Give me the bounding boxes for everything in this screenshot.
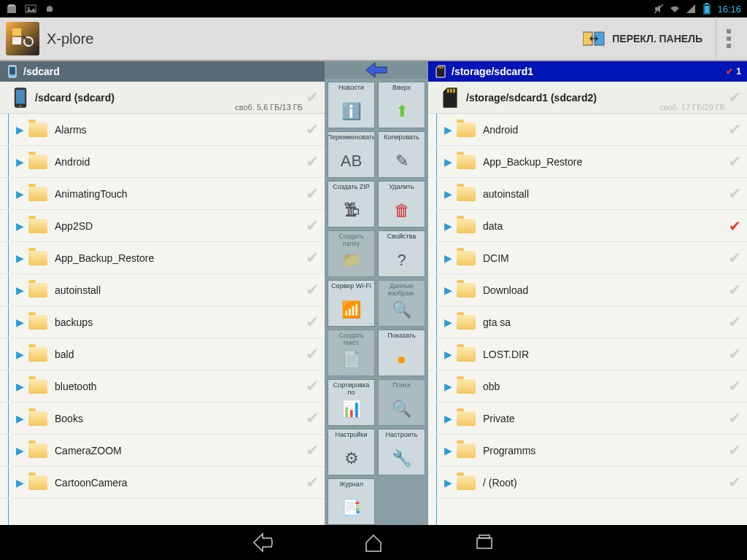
- tool-label: Свойства: [386, 233, 418, 247]
- left-item-3[interactable]: ▶App2SD✔: [0, 210, 325, 242]
- tool-icon: AB: [340, 149, 363, 173]
- right-item-11[interactable]: ▶/ (Root)✔: [428, 467, 747, 499]
- tool-1[interactable]: Вверх⬆: [378, 82, 425, 128]
- tool-12[interactable]: Сортировка по📊: [328, 379, 375, 426]
- expand-arrow-icon: ▶: [16, 284, 24, 296]
- check-icon: ✔: [306, 377, 319, 396]
- check-icon: ✔: [728, 313, 741, 332]
- left-item-5[interactable]: ▶autoinstall✔: [0, 274, 325, 306]
- left-item-2[interactable]: ▶AnimatingTouch✔: [0, 178, 325, 210]
- left-item-4[interactable]: ▶App_Backup_Restore✔: [0, 242, 325, 274]
- tool-15[interactable]: Настроить🔧: [378, 429, 425, 475]
- right-item-10[interactable]: ▶Programms✔: [428, 435, 747, 467]
- svg-rect-25: [450, 88, 452, 92]
- tool-label: Сервер Wi-Fi: [330, 282, 373, 297]
- item-label: Download: [483, 284, 528, 296]
- svg-rect-28: [479, 535, 489, 538]
- right-items: ▶Android✔▶App_Backup_Restore✔▶autoinstal…: [428, 114, 747, 525]
- left-item-11[interactable]: ▶CartoonCamera✔: [0, 467, 325, 499]
- right-item-9[interactable]: ▶Private✔: [428, 402, 747, 435]
- right-item-6[interactable]: ▶gta sa✔: [428, 306, 747, 338]
- left-item-7[interactable]: ▶bald✔: [0, 338, 325, 370]
- check-icon: ✔: [729, 217, 741, 235]
- tool-0[interactable]: Новостиℹ️: [328, 82, 375, 128]
- overflow-menu-button[interactable]: [716, 29, 741, 48]
- check-icon: ✔: [728, 249, 741, 268]
- tool-icon: ⚙: [340, 447, 363, 470]
- folder-icon: [28, 475, 47, 490]
- storage-free-right: своб. 17 ГБ/29 ГБ: [659, 103, 725, 112]
- storage-row-left[interactable]: /sdcard (sdcard) своб. 5,6 ГБ/13 ГБ ✔: [0, 82, 325, 114]
- check-icon: ✔: [728, 377, 741, 396]
- left-item-6[interactable]: ▶backups✔: [0, 306, 325, 338]
- back-button[interactable]: [251, 531, 274, 554]
- right-item-5[interactable]: ▶Download✔: [428, 274, 747, 306]
- storage-row-right[interactable]: /storage/sdcard1 (sdcard2) своб. 17 ГБ/2…: [428, 82, 747, 114]
- right-item-2[interactable]: ▶autoinstall✔: [428, 178, 747, 210]
- folder-icon: [28, 443, 47, 458]
- svg-rect-17: [9, 67, 15, 74]
- nav-bar: [0, 525, 747, 560]
- expand-arrow-icon: ▶: [444, 477, 452, 489]
- folder-icon: [457, 443, 476, 458]
- tool-icon: 📶: [340, 298, 363, 322]
- tool-2[interactable]: ПереименоватьAB: [328, 131, 375, 178]
- recent-button[interactable]: [473, 531, 496, 554]
- svg-rect-22: [441, 66, 442, 69]
- tool-label: Настройки: [333, 431, 368, 446]
- tool-7[interactable]: Свойства?: [378, 230, 425, 277]
- panel-switch-button[interactable]: ПЕРЕКЛ. ПАНЕЛЬ: [583, 17, 716, 61]
- item-label: Alarms: [55, 124, 87, 136]
- folder-icon: [457, 347, 476, 362]
- check-icon: ✔: [306, 281, 319, 300]
- right-item-3[interactable]: ▶data✔: [428, 210, 747, 242]
- tool-5[interactable]: Удалить🗑: [378, 181, 425, 228]
- left-item-0[interactable]: ▶Alarms✔: [0, 114, 325, 146]
- right-item-7[interactable]: ▶LOST.DIR✔: [428, 338, 747, 370]
- status-bar: 16:16: [0, 0, 747, 18]
- tool-16[interactable]: Журнал📑: [328, 478, 375, 525]
- right-item-4[interactable]: ▶DCIM✔: [428, 242, 747, 274]
- tool-icon: ?: [390, 249, 414, 272]
- pane-right-header[interactable]: /storage/sdcard1 ✔1: [428, 61, 747, 82]
- tool-label: Переименовать: [328, 133, 375, 148]
- item-label: backups: [55, 316, 93, 328]
- pane-left: /sdcard /sdcard (sdcard) своб. 5,6 ГБ/13…: [0, 61, 325, 525]
- right-item-1[interactable]: ▶App_Backup_Restore✔: [428, 146, 747, 178]
- pane-left-header[interactable]: /sdcard: [0, 61, 325, 82]
- expand-arrow-icon: ▶: [444, 316, 452, 328]
- home-button[interactable]: [362, 531, 385, 554]
- left-item-8[interactable]: ▶bluetooth✔: [0, 370, 325, 402]
- item-label: autoinstall: [483, 188, 529, 200]
- left-item-9[interactable]: ▶Books✔: [0, 402, 325, 435]
- expand-arrow-icon: ▶: [444, 284, 452, 296]
- tool-icon: ✎: [390, 149, 414, 173]
- expand-arrow-icon: ▶: [444, 124, 452, 136]
- tool-14[interactable]: Настройки⚙: [328, 429, 375, 475]
- left-item-10[interactable]: ▶CameraZOOM✔: [0, 435, 325, 467]
- tool-3[interactable]: Копировать✎: [378, 131, 425, 178]
- tool-strip: Новостиℹ️Вверх⬆ПереименоватьABКопировать…: [325, 61, 428, 525]
- svg-rect-24: [447, 88, 449, 92]
- tool-6: Создать папку📁: [328, 230, 375, 277]
- left-item-1[interactable]: ▶Android✔: [0, 146, 325, 178]
- item-label: Programms: [483, 445, 535, 456]
- arrow-left-icon: [365, 61, 388, 79]
- phone-icon: [13, 87, 28, 109]
- direction-arrow[interactable]: [325, 61, 428, 79]
- tool-8[interactable]: Сервер Wi-Fi📶: [328, 280, 375, 327]
- tool-label: Удалить: [387, 183, 415, 198]
- item-label: Private: [483, 413, 515, 424]
- check-icon: ✔: [306, 217, 319, 236]
- right-item-8[interactable]: ▶obb✔: [428, 370, 747, 402]
- right-item-0[interactable]: ▶Android✔: [428, 114, 747, 146]
- item-label: data: [483, 220, 503, 232]
- svg-rect-9: [705, 6, 709, 13]
- folder-icon: [457, 251, 476, 265]
- tool-11[interactable]: Показать●: [378, 330, 425, 376]
- shop-icon: [6, 3, 18, 15]
- folder-icon: [457, 379, 476, 394]
- tool-4[interactable]: Создать ZIP🗜: [328, 181, 375, 228]
- check-icon: ✔: [728, 409, 741, 428]
- check-icon: ✔: [728, 184, 741, 203]
